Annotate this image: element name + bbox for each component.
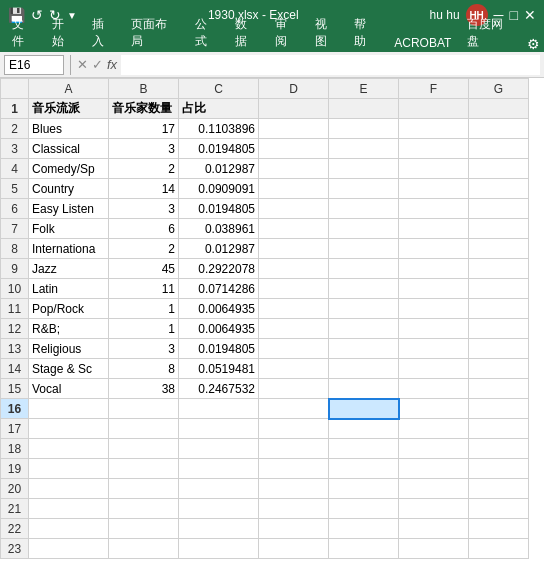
cell-c23[interactable]	[179, 539, 259, 559]
cell-c21[interactable]	[179, 499, 259, 519]
cell-b20[interactable]	[109, 479, 179, 499]
tab-formula[interactable]: 公式	[187, 14, 227, 52]
cell-g19[interactable]	[469, 459, 529, 479]
cell-a5[interactable]: Country	[29, 179, 109, 199]
cell-b19[interactable]	[109, 459, 179, 479]
cell-d22[interactable]	[259, 519, 329, 539]
cell-b2[interactable]: 17	[109, 119, 179, 139]
cell-c18[interactable]	[179, 439, 259, 459]
cell-a15[interactable]: Vocal	[29, 379, 109, 399]
tab-data[interactable]: 数据	[227, 14, 267, 52]
cell-f19[interactable]	[399, 459, 469, 479]
cell-b5[interactable]: 14	[109, 179, 179, 199]
cell-e19[interactable]	[329, 459, 399, 479]
cell-d17[interactable]	[259, 419, 329, 439]
tab-insert[interactable]: 插入	[84, 14, 124, 52]
cell-b12[interactable]: 1	[109, 319, 179, 339]
tab-baiduyun[interactable]: 百度网盘	[459, 14, 523, 52]
cell-f22[interactable]	[399, 519, 469, 539]
cell-c8[interactable]: 0.012987	[179, 239, 259, 259]
formula-cancel-icon[interactable]: ✕	[77, 57, 88, 72]
cell-a7[interactable]: Folk	[29, 219, 109, 239]
tab-help[interactable]: 帮助	[346, 14, 386, 52]
cell-a23[interactable]	[29, 539, 109, 559]
cell-g21[interactable]	[469, 499, 529, 519]
cell-a17[interactable]	[29, 419, 109, 439]
cell-b14[interactable]: 8	[109, 359, 179, 379]
ribbon-extra-icon[interactable]: ⚙	[527, 36, 540, 52]
cell-b15[interactable]: 38	[109, 379, 179, 399]
cell-a10[interactable]: Latin	[29, 279, 109, 299]
cell-g16[interactable]	[469, 399, 529, 419]
cell-e16[interactable]	[329, 399, 399, 419]
cell-a8[interactable]: Internationa	[29, 239, 109, 259]
cell-a14[interactable]: Stage & Sc	[29, 359, 109, 379]
cell-b7[interactable]: 6	[109, 219, 179, 239]
cell-c10[interactable]: 0.0714286	[179, 279, 259, 299]
cell-reference-box[interactable]: E16	[4, 55, 64, 75]
formula-input[interactable]	[121, 55, 540, 75]
cell-b8[interactable]: 2	[109, 239, 179, 259]
cell-b9[interactable]: 45	[109, 259, 179, 279]
cell-b11[interactable]: 1	[109, 299, 179, 319]
cell-a21[interactable]	[29, 499, 109, 519]
cell-b21[interactable]	[109, 499, 179, 519]
cell-d18[interactable]	[259, 439, 329, 459]
cell-a19[interactable]	[29, 459, 109, 479]
cell-e17[interactable]	[329, 419, 399, 439]
cell-c5[interactable]: 0.0909091	[179, 179, 259, 199]
col-header-b[interactable]: B	[109, 79, 179, 99]
cell-f18[interactable]	[399, 439, 469, 459]
cell-b3[interactable]: 3	[109, 139, 179, 159]
tab-acrobat[interactable]: ACROBAT	[386, 34, 459, 52]
cell-c6[interactable]: 0.0194805	[179, 199, 259, 219]
tab-start[interactable]: 开始	[44, 14, 84, 52]
cell-b4[interactable]: 2	[109, 159, 179, 179]
cell-c4[interactable]: 0.012987	[179, 159, 259, 179]
cell-f17[interactable]	[399, 419, 469, 439]
col-header-e[interactable]: E	[329, 79, 399, 99]
cell-c14[interactable]: 0.0519481	[179, 359, 259, 379]
cell-c3[interactable]: 0.0194805	[179, 139, 259, 159]
cell-e21[interactable]	[329, 499, 399, 519]
cell-a6[interactable]: Easy Listen	[29, 199, 109, 219]
cell-d20[interactable]	[259, 479, 329, 499]
cell-e22[interactable]	[329, 519, 399, 539]
cell-d21[interactable]	[259, 499, 329, 519]
cell-c7[interactable]: 0.038961	[179, 219, 259, 239]
cell-c9[interactable]: 0.2922078	[179, 259, 259, 279]
cell-f16[interactable]	[399, 399, 469, 419]
cell-d23[interactable]	[259, 539, 329, 559]
cell-b13[interactable]: 3	[109, 339, 179, 359]
tab-pagelayout[interactable]: 页面布局	[123, 14, 187, 52]
cell-b10[interactable]: 11	[109, 279, 179, 299]
cell-c12[interactable]: 0.0064935	[179, 319, 259, 339]
col-header-c[interactable]: C	[179, 79, 259, 99]
cell-c1[interactable]: 占比	[179, 99, 259, 119]
col-header-a[interactable]: A	[29, 79, 109, 99]
cell-c15[interactable]: 0.2467532	[179, 379, 259, 399]
cell-g23[interactable]	[469, 539, 529, 559]
cell-g20[interactable]	[469, 479, 529, 499]
cell-b23[interactable]	[109, 539, 179, 559]
tab-view[interactable]: 视图	[307, 14, 347, 52]
cell-g17[interactable]	[469, 419, 529, 439]
cell-e23[interactable]	[329, 539, 399, 559]
cell-a9[interactable]: Jazz	[29, 259, 109, 279]
cell-c13[interactable]: 0.0194805	[179, 339, 259, 359]
tab-file[interactable]: 文件	[4, 14, 44, 52]
cell-b16[interactable]	[109, 399, 179, 419]
cell-b22[interactable]	[109, 519, 179, 539]
cell-c2[interactable]: 0.1103896	[179, 119, 259, 139]
cell-g22[interactable]	[469, 519, 529, 539]
cell-b18[interactable]	[109, 439, 179, 459]
spreadsheet[interactable]: A B C D E F G 1 音乐流派 音乐家数量 占比 2 Blues 17…	[0, 78, 544, 587]
cell-d16[interactable]	[259, 399, 329, 419]
col-header-d[interactable]: D	[259, 79, 329, 99]
cell-b1[interactable]: 音乐家数量	[109, 99, 179, 119]
cell-a3[interactable]: Classical	[29, 139, 109, 159]
cell-c17[interactable]	[179, 419, 259, 439]
formula-confirm-icon[interactable]: ✓	[92, 57, 103, 72]
cell-e20[interactable]	[329, 479, 399, 499]
cell-c22[interactable]	[179, 519, 259, 539]
